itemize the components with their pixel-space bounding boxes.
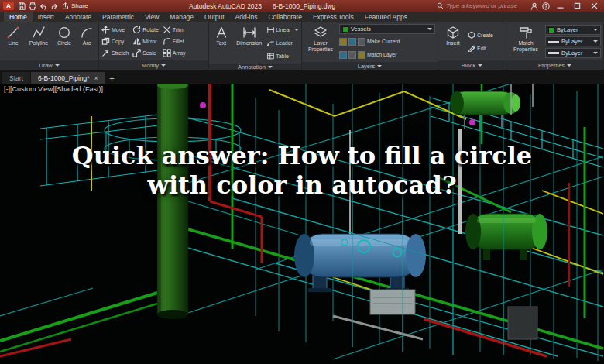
- table-icon: [267, 53, 274, 60]
- panel-label-annotation[interactable]: Annotation: [209, 64, 301, 70]
- move-button[interactable]: Move: [101, 24, 129, 36]
- trim-icon: [163, 26, 171, 34]
- object-color-select[interactable]: ByLayer: [545, 25, 601, 35]
- tab-annotate[interactable]: Annotate: [60, 12, 97, 22]
- chevron-down-icon: [268, 66, 273, 68]
- undo-icon[interactable]: [39, 2, 47, 10]
- close-tab-icon[interactable]: ×: [94, 74, 98, 82]
- create-block-button[interactable]: Create: [468, 29, 503, 41]
- app-title: Autodesk AutoCAD 2023: [189, 2, 262, 10]
- titlebar: A Share Autodesk AutoCAD 2023 6-B-1000_P…: [0, 0, 604, 12]
- panel-annotation: Text Dimension Linear Leader Table Annot…: [209, 22, 302, 70]
- help-icon[interactable]: [542, 0, 550, 13]
- panel-properties: Match Properties ByLayer ByLayer: [506, 22, 604, 70]
- share-label: Share: [71, 2, 88, 9]
- search-input[interactable]: [446, 2, 527, 9]
- new-tab-button[interactable]: +: [106, 72, 118, 84]
- arc-button[interactable]: Arc: [77, 24, 96, 59]
- close-button[interactable]: [588, 1, 601, 11]
- chevron-down-icon: [593, 40, 598, 43]
- edit-block-button[interactable]: Edit: [468, 43, 503, 54]
- layer-state-icon: [339, 51, 347, 59]
- chevron-down-icon: [377, 65, 382, 67]
- tab-collaborate[interactable]: Collaborate: [263, 12, 307, 22]
- valve-magenta[interactable]: [200, 102, 206, 108]
- make-current-button[interactable]: Make Current: [339, 36, 435, 47]
- linetype-swatch: [548, 41, 559, 43]
- scale-icon: [132, 49, 141, 57]
- insert-block-button[interactable]: Insert: [441, 24, 465, 59]
- table-button[interactable]: Table: [267, 50, 299, 62]
- line-button[interactable]: Line: [2, 24, 24, 59]
- copy-icon: [101, 37, 110, 46]
- share-button[interactable]: Share: [62, 2, 88, 9]
- chevron-down-icon: [294, 29, 299, 31]
- polyline-icon: [32, 26, 46, 39]
- save-icon[interactable]: [18, 2, 26, 10]
- tab-output[interactable]: Output: [199, 12, 230, 22]
- panel-label-draw[interactable]: Draw: [0, 60, 98, 70]
- tab-parametric[interactable]: Parametric: [97, 12, 139, 22]
- line-icon: [6, 26, 20, 39]
- polyline-button[interactable]: Polyline: [26, 24, 51, 59]
- create-block-icon: [468, 31, 475, 39]
- valve-magenta[interactable]: [469, 119, 475, 125]
- plot-icon[interactable]: [29, 2, 36, 10]
- layer-properties-button[interactable]: Layer Properties: [304, 24, 337, 60]
- copy-button[interactable]: Copy: [101, 36, 129, 47]
- circle-button[interactable]: Circle: [53, 24, 75, 59]
- panel-label-block[interactable]: Block: [438, 60, 506, 70]
- array-button[interactable]: Array: [163, 47, 186, 59]
- text-icon: [214, 26, 228, 39]
- minimize-button[interactable]: [554, 1, 567, 11]
- viewport-view-control[interactable]: [Custom View]: [10, 85, 55, 93]
- linear-icon: [267, 26, 274, 33]
- account-icon[interactable]: [530, 0, 538, 13]
- autocad-logo-icon[interactable]: A: [3, 2, 14, 10]
- tab-express-tools[interactable]: Express Tools: [307, 12, 359, 22]
- tab-view[interactable]: View: [139, 12, 164, 22]
- leader-button[interactable]: Leader: [267, 37, 299, 49]
- layer-select[interactable]: Vessels: [339, 24, 435, 34]
- layer-color-swatch: [342, 26, 348, 33]
- dimension-button[interactable]: Dimension: [233, 24, 265, 62]
- chevron-down-icon: [593, 52, 598, 54]
- linetype-select[interactable]: ByLayer: [545, 36, 601, 46]
- file-tab-document[interactable]: 6-B-1000_Piping* ×: [31, 72, 105, 84]
- piping-model-rendering[interactable]: [0, 84, 604, 364]
- drawing-viewport[interactable]: [-] [Custom View] [Shaded (Fast)]: [0, 84, 604, 364]
- edit-block-icon: [468, 44, 475, 52]
- document-title: 6-B-1000_Piping.dwg: [273, 2, 335, 10]
- rotate-button[interactable]: Rotate: [132, 24, 159, 36]
- stretch-button[interactable]: Stretch: [101, 47, 129, 59]
- match-layer-button[interactable]: Match Layer: [339, 49, 435, 60]
- match-properties-button[interactable]: Match Properties: [509, 24, 543, 59]
- vessel-column[interactable]: [157, 84, 188, 319]
- redo-icon[interactable]: [50, 2, 58, 10]
- panel-label-properties[interactable]: Properties: [506, 60, 603, 70]
- tab-insert[interactable]: Insert: [33, 12, 60, 22]
- tab-home[interactable]: Home: [4, 12, 33, 22]
- scale-button[interactable]: Scale: [132, 47, 159, 59]
- layer-state-icon: [358, 38, 365, 46]
- tab-featured-apps[interactable]: Featured Apps: [359, 12, 413, 22]
- linear-dimension-button[interactable]: Linear: [267, 24, 299, 36]
- match-properties-icon: [519, 26, 533, 39]
- chevron-down-icon: [567, 64, 571, 67]
- file-tab-start[interactable]: Start: [2, 72, 30, 84]
- lineweight-select[interactable]: ByLayer: [545, 48, 601, 58]
- fillet-icon: [163, 37, 171, 46]
- tank-blue[interactable]: [294, 234, 426, 292]
- panel-layers: Layer Properties Vessels Make Current: [302, 22, 438, 70]
- tab-add-ins[interactable]: Add-ins: [230, 12, 263, 22]
- mirror-button[interactable]: Mirror: [132, 36, 159, 47]
- trim-button[interactable]: Trim: [163, 24, 186, 36]
- viewport-collapse-control[interactable]: [-]: [4, 85, 10, 93]
- maximize-button[interactable]: [571, 1, 584, 11]
- panel-label-modify[interactable]: Modify: [99, 60, 208, 70]
- fillet-button[interactable]: Fillet: [163, 36, 186, 47]
- tab-manage[interactable]: Manage: [164, 12, 199, 22]
- panel-label-layers[interactable]: Layers: [302, 62, 438, 70]
- viewport-style-control[interactable]: [Shaded (Fast)]: [55, 85, 103, 93]
- text-button[interactable]: Text: [211, 24, 231, 62]
